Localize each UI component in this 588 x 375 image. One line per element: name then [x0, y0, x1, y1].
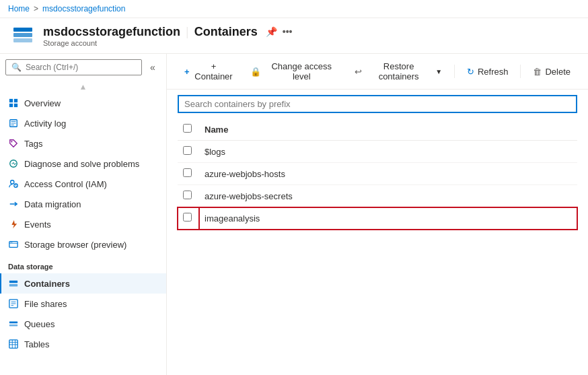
- breadcrumb-home[interactable]: Home: [8, 4, 30, 13]
- row-checkbox[interactable]: [183, 213, 192, 221]
- checkbox-header: [178, 118, 199, 141]
- containers-icon: [8, 278, 19, 289]
- pin-icon[interactable]: 📌: [266, 26, 277, 37]
- add-container-button[interactable]: + + Container: [178, 58, 241, 85]
- svg-rect-5: [9, 104, 13, 107]
- header-title-block: msdocsstoragefunction | Containers 📌 •••…: [43, 25, 292, 47]
- search-bar-container: [167, 90, 588, 118]
- svg-rect-0: [13, 28, 32, 32]
- toolbar-divider: [454, 65, 455, 78]
- sidebar-item-label: Access Control (IAM): [24, 179, 107, 189]
- sidebar-item-access-control[interactable]: Access Control (IAM): [0, 174, 166, 194]
- svg-rect-21: [9, 281, 17, 283]
- more-icon[interactable]: •••: [283, 26, 293, 37]
- activity-log-icon: [8, 118, 19, 129]
- svg-rect-3: [9, 99, 13, 102]
- table-row-imageanalysis[interactable]: imageanalysis: [178, 207, 577, 230]
- sidebar-item-diagnose[interactable]: Diagnose and solve problems: [0, 154, 166, 174]
- containers-table: Name $logs azure-webjobs-hosts azure-web…: [167, 118, 588, 375]
- access-control-icon: [8, 178, 19, 189]
- page-header: msdocsstoragefunction | Containers 📌 •••…: [0, 18, 588, 54]
- search-box[interactable]: 🔍: [5, 59, 142, 75]
- tables-icon: [8, 339, 19, 349]
- sidebar-item-label: Overview: [24, 98, 61, 108]
- container-name: imageanalysis: [199, 207, 577, 230]
- search-icon: 🔍: [11, 63, 22, 72]
- main-layout: 🔍 « ▲ Overview Activity log Tags: [0, 54, 588, 375]
- sidebar-item-label: Queues: [24, 319, 55, 329]
- row-checkbox-cell[interactable]: [178, 141, 199, 163]
- svg-point-11: [11, 141, 12, 142]
- svg-rect-29: [9, 340, 17, 348]
- sidebar-item-tables[interactable]: Tables: [0, 334, 166, 354]
- breadcrumb-separator: >: [34, 4, 38, 13]
- sidebar-item-data-migration[interactable]: Data migration: [0, 194, 166, 214]
- breadcrumb-current[interactable]: msdocsstoragefunction: [42, 4, 125, 13]
- toolbar-divider-2: [520, 65, 521, 78]
- svg-point-20: [11, 242, 12, 242]
- restore-containers-button[interactable]: ↩ Restore containers ▼: [348, 58, 449, 85]
- data-migration-icon: [8, 199, 19, 209]
- sidebar-item-events[interactable]: Events: [0, 214, 166, 234]
- overview-icon: [8, 98, 19, 108]
- sidebar-item-label: Containers: [24, 279, 70, 289]
- table-row[interactable]: azure-webjobs-hosts: [178, 163, 577, 185]
- container-name: $logs: [199, 141, 577, 163]
- container-name: azure-webjobs-secrets: [199, 185, 577, 207]
- search-input[interactable]: [26, 63, 136, 72]
- row-checkbox[interactable]: [183, 191, 192, 199]
- search-bar[interactable]: [178, 95, 577, 113]
- add-icon: +: [184, 67, 190, 77]
- sidebar-item-queues[interactable]: Queues: [0, 314, 166, 334]
- sidebar-item-file-shares[interactable]: File shares: [0, 294, 166, 314]
- container-name: azure-webjobs-hosts: [199, 163, 577, 185]
- svg-rect-27: [9, 322, 17, 324]
- sidebar-item-tags[interactable]: Tags: [0, 133, 166, 154]
- svg-rect-6: [14, 104, 17, 107]
- toolbar: + + Container 🔒 Change access level ↩ Re…: [167, 54, 588, 90]
- restore-icon: ↩: [355, 67, 362, 77]
- content-area: + + Container 🔒 Change access level ↩ Re…: [167, 54, 588, 375]
- sidebar-item-label: Diagnose and solve problems: [24, 159, 139, 169]
- sidebar-item-label: Tables: [24, 339, 50, 349]
- table-header-row: Name: [178, 118, 577, 141]
- sidebar-item-containers[interactable]: Containers: [0, 273, 166, 294]
- row-checkbox-cell[interactable]: [178, 207, 199, 230]
- storage-browser-icon: [8, 239, 19, 250]
- page-title: msdocsstoragefunction | Containers 📌 •••: [43, 25, 292, 39]
- delete-button[interactable]: 🗑 Delete: [526, 63, 577, 80]
- header-actions: 📌 •••: [266, 26, 293, 37]
- sidebar: 🔍 « ▲ Overview Activity log Tags: [0, 54, 167, 375]
- sidebar-item-label: File shares: [24, 299, 67, 309]
- delete-icon: 🗑: [533, 67, 542, 77]
- queues-icon: [8, 318, 19, 329]
- sidebar-item-label: Activity log: [24, 118, 66, 129]
- svg-line-16: [16, 186, 17, 186]
- refresh-button[interactable]: ↻ Refresh: [460, 63, 515, 80]
- sidebar-item-label: Data migration: [24, 199, 81, 209]
- name-column-header: Name: [199, 118, 577, 141]
- storage-icon: [11, 24, 35, 48]
- table-row[interactable]: azure-webjobs-secrets: [178, 185, 577, 207]
- table-row[interactable]: $logs: [178, 141, 577, 163]
- events-icon: [8, 219, 19, 230]
- svg-point-19: [10, 242, 11, 242]
- search-input[interactable]: [184, 99, 571, 109]
- row-checkbox[interactable]: [183, 146, 192, 155]
- row-checkbox-cell[interactable]: [178, 163, 199, 185]
- file-shares-icon: [8, 298, 19, 309]
- row-checkbox[interactable]: [183, 168, 192, 177]
- svg-rect-28: [9, 325, 17, 327]
- select-all-checkbox[interactable]: [183, 124, 192, 133]
- diagnose-icon: [8, 158, 19, 169]
- lock-icon: 🔒: [250, 67, 261, 77]
- row-checkbox-cell[interactable]: [178, 185, 199, 207]
- change-access-button[interactable]: 🔒 Change access level: [244, 58, 345, 85]
- dropdown-icon: ▼: [435, 68, 442, 75]
- refresh-icon: ↻: [467, 67, 474, 77]
- collapse-button[interactable]: «: [145, 58, 161, 77]
- sidebar-item-activity-log[interactable]: Activity log: [0, 113, 166, 133]
- svg-rect-22: [9, 284, 17, 287]
- sidebar-item-storage-browser[interactable]: Storage browser (preview): [0, 234, 166, 254]
- sidebar-item-overview[interactable]: Overview: [0, 93, 166, 113]
